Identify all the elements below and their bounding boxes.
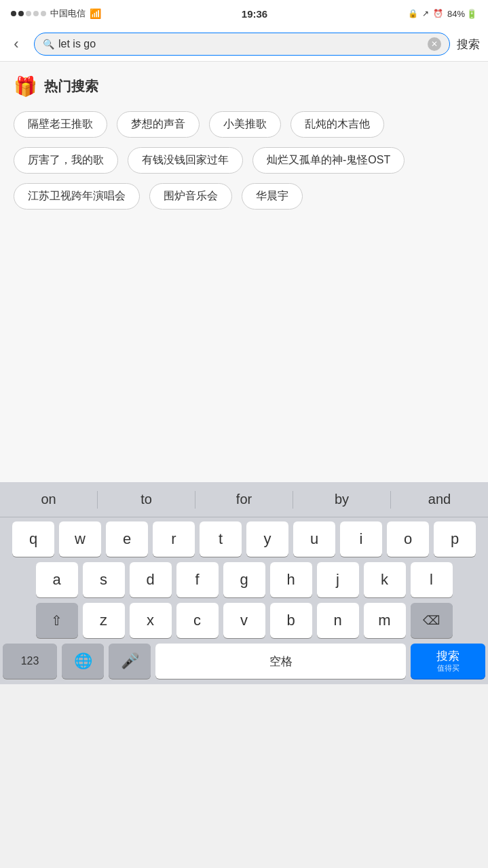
signal-dots [11,11,46,16]
key-a[interactable]: a [36,562,78,597]
suggestion-by[interactable]: by [293,492,390,507]
tag-8[interactable]: 围炉音乐会 [149,183,232,210]
mic-key[interactable]: 🎤 [109,644,151,679]
suggestion-and[interactable]: and [391,492,488,507]
suggestion-to[interactable]: to [98,492,195,507]
tag-7[interactable]: 江苏卫视跨年演唱会 [14,183,140,210]
key-s[interactable]: s [83,562,125,597]
tag-2[interactable]: 小美推歌 [209,111,281,138]
status-bar: 中国电信 📶 19:36 🔒 ↗ ⏰ 84% 🔋 [0,0,488,27]
search-input-wrap[interactable]: 🔍 let is go ✕ [34,33,450,56]
search-icon: 🔍 [43,39,54,50]
key-123[interactable]: 123 [3,644,57,679]
key-t[interactable]: t [200,521,242,557]
dot5 [41,11,46,16]
battery-indicator: 84% 🔋 [447,9,477,19]
dot4 [33,11,39,16]
key-g[interactable]: g [223,562,265,597]
status-left: 中国电信 📶 [11,7,101,20]
space-key[interactable]: 空格 [155,644,406,679]
key-f[interactable]: f [176,562,219,597]
hot-icon: 🎁 [14,75,37,98]
key-c[interactable]: c [176,603,219,638]
key-row-3: ⇧ z x c v b n m ⌫ [0,599,488,639]
tag-0[interactable]: 隔壁老王推歌 [14,111,107,138]
battery-icon-char: 🔋 [466,9,477,19]
lock-icon: 🔒 [408,9,418,18]
globe-key[interactable]: 🌐 [62,644,104,679]
search-input[interactable]: let is go [58,38,428,50]
key-w[interactable]: w [59,521,101,557]
suggestion-bar: on to for by and [0,482,488,517]
tag-6[interactable]: 灿烂又孤单的神-鬼怪OST [252,147,405,174]
key-e[interactable]: e [106,521,148,557]
keyboard: q w e r t y u i o p a s d f g h j k l ⇧ … [0,517,488,684]
key-v[interactable]: v [223,603,265,638]
tag-1[interactable]: 梦想的声音 [117,111,200,138]
key-row-bottom: 123 🌐 🎤 空格 搜索 值得买 [0,639,488,684]
tag-3[interactable]: 乱炖的木吉他 [290,111,384,138]
delete-key[interactable]: ⌫ [411,603,453,638]
key-j[interactable]: j [317,562,359,597]
key-h[interactable]: h [270,562,312,597]
dot3 [26,11,31,16]
key-r[interactable]: r [153,521,195,557]
key-p[interactable]: p [434,521,476,557]
key-i[interactable]: i [340,521,382,557]
key-row-2: a s d f g h j k l [0,558,488,599]
hot-search-tags: 隔壁老王推歌 梦想的声音 小美推歌 乱炖的木吉他 厉害了，我的歌 有钱没钱回家过… [14,111,474,210]
key-q[interactable]: q [12,521,54,557]
key-k[interactable]: k [364,562,406,597]
key-l[interactable]: l [411,562,453,597]
hot-search-header: 🎁 热门搜索 [14,75,474,98]
search-submit-button[interactable]: 搜索 [457,37,480,52]
keyboard-search-label: 搜索 [436,650,459,663]
shift-key[interactable]: ⇧ [36,603,78,638]
key-y[interactable]: y [246,521,288,557]
alarm-icon: ⏰ [433,9,443,18]
key-z[interactable]: z [83,603,125,638]
dot2 [18,11,24,16]
hot-search-title: 热门搜索 [44,77,98,96]
tag-9[interactable]: 华晨宇 [242,183,303,210]
suggestion-for[interactable]: for [195,492,293,507]
key-n[interactable]: n [317,603,359,638]
key-d[interactable]: d [130,562,172,597]
key-b[interactable]: b [270,603,312,638]
carrier-label: 中国电信 [50,7,86,20]
wifi-icon: 📶 [90,8,101,19]
search-bar: ‹ 🔍 let is go ✕ 搜索 [0,27,488,62]
key-o[interactable]: o [387,521,429,557]
keyboard-search-sublabel: 值得买 [436,664,459,673]
battery-percent: 84% [447,9,465,19]
location-icon: ↗ [422,9,429,18]
tag-4[interactable]: 厉害了，我的歌 [14,147,118,174]
status-right: 🔒 ↗ ⏰ 84% 🔋 [408,9,477,19]
tag-5[interactable]: 有钱没钱回家过年 [128,147,243,174]
keyboard-search-key[interactable]: 搜索 值得买 [411,644,485,679]
back-button[interactable]: ‹ [5,35,27,53]
suggestion-on[interactable]: on [0,492,97,507]
status-time: 19:36 [242,8,267,20]
dot1 [11,11,16,16]
content-area: 🎁 热门搜索 隔壁老王推歌 梦想的声音 小美推歌 乱炖的木吉他 厉害了，我的歌 … [0,62,488,482]
key-x[interactable]: x [130,603,172,638]
key-u[interactable]: u [293,521,335,557]
key-row-1: q w e r t y u i o p [0,517,488,558]
key-m[interactable]: m [364,603,406,638]
clear-button[interactable]: ✕ [428,37,441,51]
